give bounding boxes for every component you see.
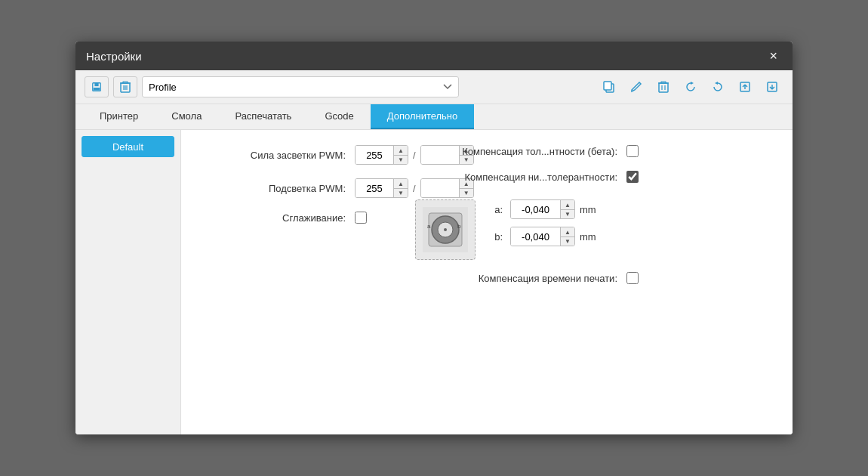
- default-profile-button[interactable]: Default: [82, 136, 174, 157]
- two-col-layout: Сила засветки PWM: ▲ ▼ /: [204, 145, 770, 298]
- tab-advanced[interactable]: Дополнительно: [371, 104, 475, 129]
- svg-rect-2: [94, 88, 100, 91]
- profile-select[interactable]: Profile: [142, 76, 459, 97]
- smoothing-control: [355, 212, 367, 224]
- edit-icon: [630, 81, 642, 93]
- import-icon-button[interactable]: [761, 76, 783, 97]
- backlight-row: Подсветка PWM: ▲ ▼ /: [204, 178, 400, 198]
- refresh-icon-button[interactable]: [679, 76, 702, 97]
- print-time-label: Компенсация времени печати:: [415, 273, 626, 284]
- title-bar: Настройки ×: [75, 42, 793, 70]
- svg-text:b: b: [457, 223, 461, 230]
- b-input[interactable]: [511, 227, 560, 246]
- edit-icon-button[interactable]: [625, 76, 648, 97]
- svg-rect-8: [123, 82, 128, 83]
- ab-tolerance-section: a b a:: [415, 196, 770, 260]
- export-icon: [739, 81, 751, 93]
- a-input-wrap: ▲ ▼: [510, 199, 575, 219]
- tolerance-label: Компенсация ни...толерантности:: [415, 172, 626, 183]
- smoothing-row: Сглаживание:: [204, 212, 400, 224]
- delete-profile-button[interactable]: [113, 76, 137, 97]
- pwm-label: Сила засветки PWM:: [204, 150, 355, 161]
- tolerance-diagram-svg: a b: [423, 207, 468, 252]
- trash2-icon: [658, 81, 669, 93]
- tab-gcode[interactable]: Gcode: [308, 104, 370, 129]
- b-mm-label: mm: [580, 231, 596, 243]
- tab-print[interactable]: Распечатать: [218, 104, 308, 129]
- tolerance-diagram: a b: [415, 199, 476, 260]
- export-icon-button[interactable]: [734, 76, 756, 97]
- a-spin-up[interactable]: ▲: [561, 200, 574, 209]
- print-time-row: Компенсация времени печати:: [415, 272, 770, 284]
- right-column: Компенсация тол...нтности (бета): Компен…: [400, 145, 770, 298]
- a-input[interactable]: [511, 200, 560, 218]
- a-label: a:: [488, 204, 510, 215]
- print-time-checkbox[interactable]: [626, 272, 639, 284]
- refresh-icon: [685, 81, 697, 93]
- svg-rect-1: [94, 83, 98, 86]
- tab-resin[interactable]: Смола: [155, 104, 218, 129]
- delete2-icon-button[interactable]: [652, 76, 675, 97]
- a-spin-down[interactable]: ▼: [561, 209, 574, 218]
- trash-icon: [120, 81, 131, 93]
- toolbar: Profile: [75, 70, 793, 104]
- ab-inputs: a: ▲ ▼ mm: [488, 199, 596, 254]
- b-label: b:: [488, 231, 510, 243]
- tolerance-beta-label: Компенсация тол...нтности (бета):: [415, 146, 626, 157]
- undo-icon: [712, 81, 724, 93]
- content-panel: Сила засветки PWM: ▲ ▼ /: [181, 130, 793, 434]
- a-row: a: ▲ ▼ mm: [488, 199, 596, 219]
- a-mm-label: mm: [580, 204, 596, 215]
- svg-rect-10: [604, 82, 611, 90]
- tolerance-beta-checkbox[interactable]: [626, 145, 639, 157]
- b-row: b: ▲ ▼ mm: [488, 227, 596, 246]
- save-profile-button[interactable]: [85, 76, 109, 97]
- copy-icon-button[interactable]: [598, 76, 620, 97]
- b-spin-up[interactable]: ▲: [561, 227, 574, 236]
- settings-dialog: Настройки × Profile: [75, 42, 793, 434]
- save-icon: [91, 81, 102, 93]
- tolerance-beta-row: Компенсация тол...нтности (бета):: [415, 145, 770, 157]
- svg-rect-15: [661, 82, 666, 83]
- undo-icon-button[interactable]: [706, 76, 729, 97]
- import-icon: [766, 81, 778, 93]
- copy-icon: [603, 81, 615, 93]
- tolerance-checkbox[interactable]: [626, 171, 639, 183]
- backlight-label: Подсветка PWM:: [204, 183, 355, 194]
- tabs-bar: Принтер Смола Распечатать Gcode Дополнит…: [75, 104, 793, 130]
- left-panel: Default: [75, 130, 181, 434]
- close-button[interactable]: ×: [765, 48, 782, 64]
- b-input-wrap: ▲ ▼: [510, 227, 575, 246]
- left-column: Сила засветки PWM: ▲ ▼ /: [204, 145, 400, 298]
- b-spin: ▲ ▼: [560, 227, 574, 246]
- smoothing-label: Сглаживание:: [204, 212, 355, 224]
- dialog-title: Настройки: [86, 50, 142, 63]
- tab-printer[interactable]: Принтер: [83, 104, 155, 129]
- backlight-input[interactable]: [356, 179, 393, 197]
- svg-text:a: a: [427, 223, 431, 230]
- tolerance-row: Компенсация ни...толерантности:: [415, 171, 770, 183]
- main-area: Default Сила засветки PWM: ▲: [75, 130, 793, 434]
- smoothing-checkbox[interactable]: [355, 212, 367, 224]
- pwm-input[interactable]: [356, 146, 393, 164]
- b-spin-down[interactable]: ▼: [561, 236, 574, 246]
- svg-point-22: [444, 228, 447, 231]
- pwm-row: Сила засветки PWM: ▲ ▼ /: [204, 145, 400, 165]
- svg-rect-11: [659, 83, 668, 92]
- a-spin: ▲ ▼: [560, 200, 574, 218]
- profile-select-wrap: Profile: [142, 76, 593, 97]
